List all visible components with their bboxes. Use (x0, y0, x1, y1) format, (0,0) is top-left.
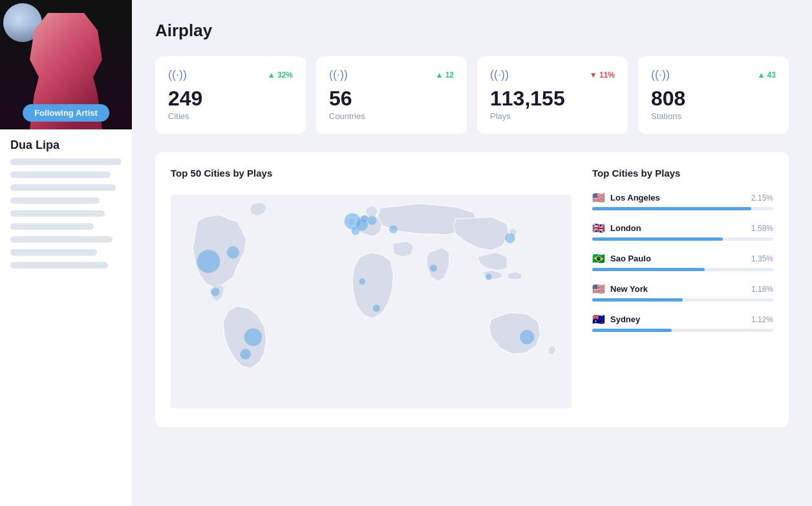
svg-point-9 (240, 349, 251, 360)
city-item: 🇺🇸 Los Angeles 2.15% (592, 192, 773, 210)
city-flag: 🇦🇺 (592, 313, 605, 325)
artist-image: Following Artist (0, 0, 132, 129)
city-left: 🇧🇷 Sao Paulo (592, 252, 651, 265)
stat-badge: ▲ 43 (757, 71, 776, 80)
city-percentage: 1.58% (751, 224, 773, 233)
city-name: Los Angeles (610, 193, 660, 203)
stat-label: Plays (490, 111, 615, 121)
svg-point-12 (520, 330, 534, 344)
svg-point-11 (389, 225, 397, 233)
following-artist-button[interactable]: Following Artist (23, 104, 109, 122)
skeleton-line (10, 159, 122, 165)
sidebar-skeleton (0, 159, 132, 269)
skeleton-line (10, 184, 116, 191)
stat-number: 113,155 (490, 88, 615, 109)
stat-badge: ▼ 11% (590, 71, 615, 80)
svg-point-16 (430, 265, 437, 272)
svg-point-10 (211, 287, 220, 296)
city-header: 🇦🇺 Sydney 1.12% (592, 313, 773, 325)
city-bar-fill (592, 268, 705, 271)
radio-icon: ((·)) (168, 68, 187, 82)
svg-point-17 (486, 274, 492, 280)
skeleton-line (10, 223, 94, 230)
stat-card-plays: ((·)) ▼ 11% 113,155 Plays (477, 56, 628, 134)
city-bar-background (592, 298, 773, 302)
skeleton-line (10, 262, 108, 269)
city-header: 🇧🇷 Sao Paulo 1.35% (592, 252, 773, 265)
stat-card-cities: ((·)) ▲ 32% 249 Cities (155, 56, 306, 134)
city-item: 🇺🇸 New York 1.18% (592, 283, 773, 302)
city-percentage: 1.35% (751, 254, 773, 263)
skeleton-line (10, 171, 111, 178)
city-left: 🇦🇺 Sydney (592, 313, 640, 325)
city-name: New York (610, 284, 648, 294)
city-name: Sydney (610, 314, 640, 324)
map-title: Top 50 Cities by Plays (171, 168, 572, 179)
skeleton-line (10, 236, 112, 243)
stat-label: Stations (651, 111, 776, 121)
city-bar-fill (592, 207, 751, 210)
radio-icon: ((·)) (329, 68, 348, 82)
city-item: 🇧🇷 Sao Paulo 1.35% (592, 252, 773, 271)
stat-number: 56 (329, 88, 454, 109)
stat-card-header: ((·)) ▼ 11% (490, 68, 615, 82)
skeleton-line (10, 249, 97, 256)
stat-badge: ▲ 32% (268, 71, 293, 80)
city-header: 🇺🇸 New York 1.18% (592, 283, 773, 295)
stat-card-stations: ((·)) ▲ 43 808 Stations (638, 56, 789, 134)
city-bar-fill (592, 298, 683, 302)
city-left: 🇬🇧 London (592, 222, 641, 234)
svg-point-15 (359, 278, 365, 285)
svg-point-7 (352, 227, 359, 235)
stat-badge: ▲ 12 (435, 71, 454, 80)
stat-card-countries: ((·)) ▲ 12 56 Countries (316, 56, 467, 134)
city-percentage: 2.15% (751, 193, 773, 203)
map-area: Top 50 Cities by Plays (171, 168, 572, 412)
city-left: 🇺🇸 New York (592, 283, 648, 295)
svg-point-2 (227, 247, 239, 259)
city-item: 🇦🇺 Sydney 1.12% (592, 313, 773, 332)
stat-number: 249 (168, 88, 293, 109)
city-percentage: 1.12% (751, 315, 773, 324)
world-map-svg (171, 192, 572, 412)
svg-point-14 (373, 305, 380, 312)
skeleton-line (10, 197, 100, 204)
svg-point-1 (197, 250, 220, 273)
stat-label: Countries (329, 111, 454, 121)
city-bar-fill (592, 237, 723, 241)
main-content: Airplay ((·)) ▲ 32% 249 Cities ((·)) ▲ 1… (132, 0, 812, 506)
city-flag: 🇧🇷 (592, 252, 605, 265)
top-cities-title: Top Cities by Plays (592, 168, 773, 179)
stat-card-header: ((·)) ▲ 43 (651, 68, 776, 82)
city-header: 🇬🇧 London 1.58% (592, 222, 773, 234)
city-flag: 🇬🇧 (592, 222, 605, 234)
map-section: Top 50 Cities by Plays (155, 152, 789, 427)
stat-card-header: ((·)) ▲ 32% (168, 68, 293, 82)
city-name: Sao Paulo (610, 254, 651, 263)
city-flag: 🇺🇸 (592, 192, 605, 204)
cities-list: 🇺🇸 Los Angeles 2.15% 🇬🇧 London 1.58% (592, 192, 773, 332)
city-bar-background (592, 268, 773, 271)
stat-label: Cities (168, 111, 293, 121)
svg-point-5 (367, 216, 376, 225)
city-flag: 🇺🇸 (592, 283, 605, 295)
svg-point-6 (361, 215, 368, 222)
stats-row: ((·)) ▲ 32% 249 Cities ((·)) ▲ 12 56 Cou… (155, 56, 789, 134)
city-percentage: 1.18% (751, 285, 773, 294)
city-bar-background (592, 237, 773, 241)
world-map-container (171, 192, 572, 412)
top-cities-panel: Top Cities by Plays 🇺🇸 Los Angeles 2.15%… (592, 168, 773, 412)
sidebar: Following Artist Dua Lipa (0, 0, 132, 506)
city-item: 🇬🇧 London 1.58% (592, 222, 773, 241)
city-name: London (610, 223, 641, 233)
city-left: 🇺🇸 Los Angeles (592, 192, 660, 204)
page-title: Airplay (155, 21, 789, 41)
city-header: 🇺🇸 Los Angeles 2.15% (592, 192, 773, 204)
stat-card-header: ((·)) ▲ 12 (329, 68, 454, 82)
svg-point-8 (244, 328, 262, 346)
artist-name: Dua Lipa (0, 129, 132, 159)
stat-number: 808 (651, 88, 776, 109)
radio-icon: ((·)) (651, 68, 670, 82)
radio-icon: ((·)) (490, 68, 509, 82)
city-bar-background (592, 329, 773, 332)
